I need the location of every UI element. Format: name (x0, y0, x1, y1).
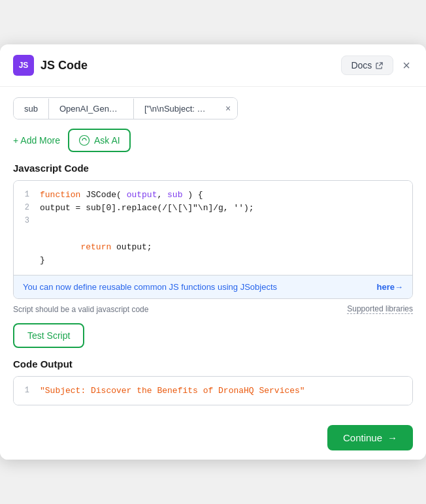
js-code-modal: JS JS Code Docs × sub OpenAI_GenSub.↵ ["… (0, 44, 426, 460)
output-line-num-1: 1 (14, 386, 40, 395)
code-line-6: } (14, 254, 412, 267)
docs-button[interactable]: Docs (341, 55, 393, 75)
tab-openai[interactable]: OpenAI_GenSub.↵ (49, 99, 134, 119)
here-link[interactable]: here→ (377, 282, 403, 292)
code-footer: Script should be a valid javascript code… (13, 304, 413, 314)
tab-subject[interactable]: ["\n\nSubject: Disco (134, 99, 219, 119)
tabs-row: sub OpenAI_GenSub.↵ ["\n\nSubject: Disco… (13, 97, 238, 119)
code-line-1: 1 function JSCode( output, sub ) { (14, 189, 412, 202)
modal-footer: Continue → (0, 416, 426, 460)
line-num-2: 2 (14, 203, 40, 212)
svg-point-1 (84, 138, 85, 139)
output-editor: 1 "Subject: Discover the Benefits of Dro… (13, 376, 413, 405)
modal-header: JS JS Code Docs × (0, 44, 426, 87)
close-button[interactable]: × (400, 55, 413, 76)
continue-label: Continue (343, 432, 382, 443)
add-more-button[interactable]: + Add More (13, 135, 60, 146)
code-line-5: return output; (14, 241, 412, 254)
output-lines: 1 "Subject: Discover the Benefits of Dro… (14, 377, 412, 405)
supported-libraries-link[interactable]: Supported libraries (347, 304, 413, 314)
output-section-title: Code Output (13, 358, 413, 370)
external-link-icon (375, 61, 384, 70)
test-script-button[interactable]: Test Script (13, 323, 84, 348)
js-icon: JS (13, 55, 34, 76)
code-info-banner: You can now define reusable common JS fu… (14, 275, 412, 298)
code-line-2: 2 output = sub[0].replace(/[\[\]"\n]/g, … (14, 202, 412, 215)
header-left: JS JS Code (13, 55, 88, 76)
continue-arrow: → (387, 432, 397, 443)
line-code-2: output = sub[0].replace(/[\[\]"\n]/g, ''… (40, 203, 254, 213)
line-num-3: 3 (14, 216, 40, 225)
continue-button[interactable]: Continue → (327, 425, 413, 450)
line-code-5: return output; (40, 242, 152, 252)
modal-title: JS Code (41, 59, 88, 72)
tab-close-button[interactable]: × (219, 98, 237, 119)
modal-body: sub OpenAI_GenSub.↵ ["\n\nSubject: Disco… (0, 87, 426, 416)
code-line-3: 3 (14, 215, 412, 228)
ask-ai-label: Ask AI (94, 135, 120, 146)
output-section: Code Output 1 "Subject: Discover the Ben… (13, 358, 413, 405)
tab-sub[interactable]: sub (14, 99, 49, 119)
output-line-value-1: "Subject: Discover the Benefits of Drona… (40, 386, 305, 396)
line-num-1: 1 (14, 190, 40, 199)
line-code-6: } (40, 255, 45, 265)
ask-ai-button[interactable]: Ask AI (68, 129, 131, 152)
docs-label: Docs (351, 60, 372, 71)
actions-row: + Add More Ask AI (13, 129, 413, 152)
code-lines: 1 function JSCode( output, sub ) { 2 out… (14, 181, 412, 275)
hint-text: Script should be a valid javascript code (13, 305, 148, 314)
output-line-1: 1 "Subject: Discover the Benefits of Dro… (14, 385, 412, 397)
header-right: Docs × (341, 55, 413, 76)
line-code-1: function JSCode( output, sub ) { (40, 190, 203, 200)
code-section: Javascript Code 1 function JSCode( outpu… (13, 163, 413, 314)
openai-icon (78, 134, 90, 146)
code-line-4 (14, 228, 412, 241)
code-section-title: Javascript Code (13, 163, 413, 174)
banner-text: You can now define reusable common JS fu… (23, 282, 277, 292)
add-more-label: + Add More (13, 135, 60, 146)
code-editor[interactable]: 1 function JSCode( output, sub ) { 2 out… (13, 180, 413, 299)
svg-point-0 (80, 136, 90, 146)
